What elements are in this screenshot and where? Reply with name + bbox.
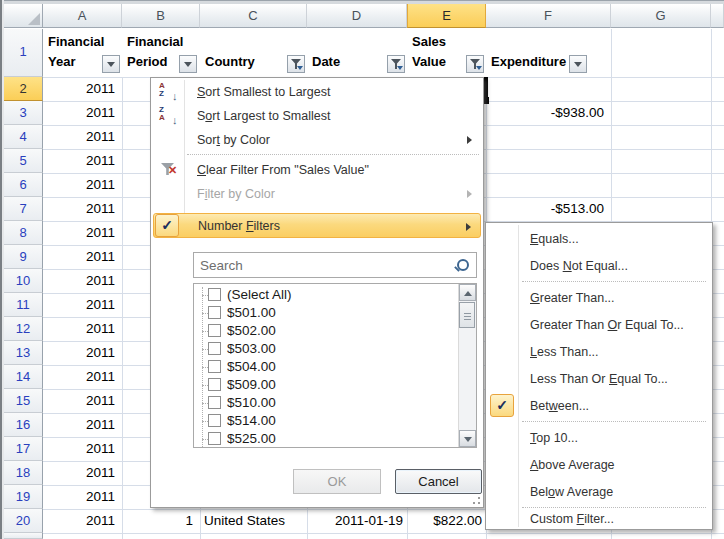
submenu-item-greater-than-or-equal[interactable]: Greater Than Or Equal To... — [488, 312, 710, 339]
cell-a10[interactable]: 2011 — [43, 269, 122, 293]
search-input[interactable] — [194, 253, 455, 277]
column-header-f[interactable]: F — [486, 4, 611, 28]
checkbox-icon[interactable] — [208, 432, 221, 445]
row-header-12[interactable]: 12 — [4, 317, 43, 341]
submenu-item-greater-than[interactable]: Greater Than... — [488, 285, 710, 312]
row-header-7[interactable]: 7 — [4, 197, 43, 221]
row-header-19[interactable]: 19 — [4, 485, 43, 509]
row-header-8[interactable]: 8 — [4, 221, 43, 245]
filter-option[interactable]: $525.00 — [194, 430, 454, 448]
row-header-6[interactable]: 6 — [4, 173, 43, 197]
submenu-item-less-than-or-equal[interactable]: Less Than Or Equal To... — [488, 366, 710, 393]
checkbox-icon[interactable] — [208, 396, 221, 409]
checkbox-icon[interactable] — [208, 288, 221, 301]
column-header-d[interactable]: D — [307, 4, 407, 28]
filter-option[interactable]: $503.00 — [194, 340, 454, 358]
cell-a6[interactable]: 2011 — [43, 173, 122, 197]
checkbox-icon[interactable] — [208, 360, 221, 373]
row-header-14[interactable]: 14 — [4, 365, 43, 389]
cell-a18[interactable]: 2011 — [43, 461, 122, 485]
cell-a12[interactable]: 2011 — [43, 317, 122, 341]
checkbox-icon[interactable] — [208, 324, 221, 337]
scrollbar-thumb[interactable] — [459, 302, 475, 328]
row-header-1[interactable]: 1 — [4, 29, 43, 77]
active-filter-button[interactable] — [387, 55, 405, 73]
cell-b20[interactable]: 1 — [122, 509, 200, 533]
submenu-item-less-than[interactable]: Less Than... — [488, 339, 710, 366]
cell-c20[interactable]: United States — [200, 509, 307, 533]
menu-item-number-filters[interactable]: Number Filters — [153, 213, 481, 238]
cell-a16[interactable]: 2011 — [43, 413, 122, 437]
submenu-item-does-not-equal[interactable]: Does Not Equal... — [488, 253, 710, 280]
row-header-10[interactable]: 10 — [4, 269, 43, 293]
filter-option[interactable]: $514.00 — [194, 412, 454, 430]
filter-option-select-all[interactable]: (Select All) — [194, 286, 454, 304]
filter-value-list[interactable]: (Select All) $501.00 $502.00 $503.00 $50… — [193, 283, 477, 448]
row-header-13[interactable]: 13 — [4, 341, 43, 365]
checkbox-icon[interactable] — [208, 378, 221, 391]
submenu-item-custom-filter[interactable]: Custom Filter... — [488, 506, 710, 533]
menu-item-clear-filter[interactable]: ✕ Clear Filter From "Sales Value" — [153, 158, 481, 182]
row-header-9[interactable]: 9 — [4, 245, 43, 269]
dropdown-filter-button[interactable] — [569, 55, 587, 73]
row-header-17[interactable]: 17 — [4, 437, 43, 461]
cell-f7[interactable]: -$513.00 — [486, 197, 611, 221]
row-header-3[interactable]: 3 — [4, 101, 43, 125]
header-cell-financial-period[interactable]: Financial Period — [122, 29, 200, 77]
checkbox-icon[interactable] — [208, 306, 221, 319]
row-header-5[interactable]: 5 — [4, 149, 43, 173]
dropdown-filter-button[interactable] — [102, 55, 120, 73]
submenu-item-between[interactable]: Between... — [488, 393, 710, 420]
submenu-item-below-average[interactable]: Below Average — [488, 479, 710, 506]
filter-option[interactable]: $502.00 — [194, 322, 454, 340]
column-header-partial[interactable] — [711, 4, 724, 28]
row-header-11[interactable]: 11 — [4, 293, 43, 317]
cell-a2[interactable]: 2011 — [43, 77, 122, 101]
cell-a17[interactable]: 2011 — [43, 437, 122, 461]
cell-a5[interactable]: 2011 — [43, 149, 122, 173]
scroll-up-button[interactable] — [459, 284, 476, 301]
header-cell-date[interactable]: Date — [307, 29, 407, 77]
row-header-4[interactable]: 4 — [4, 125, 43, 149]
search-icon[interactable] — [457, 259, 469, 271]
filter-option[interactable]: $510.00 — [194, 394, 454, 412]
cell-a20[interactable]: 2011 — [43, 509, 122, 533]
header-cell-expenditure[interactable]: Expenditure — [486, 29, 611, 77]
active-filter-button-sales-value[interactable] — [466, 55, 484, 73]
ok-button[interactable]: OK — [293, 469, 381, 494]
column-header-e-selected[interactable]: E — [407, 4, 486, 28]
column-header-b[interactable]: B — [122, 4, 200, 28]
cell-e20[interactable]: $822.00 — [407, 509, 486, 533]
header-cell-financial-year[interactable]: Financial Year — [43, 29, 122, 77]
cell-d20[interactable]: 2011-01-19 — [307, 509, 407, 533]
checkbox-icon[interactable] — [208, 342, 221, 355]
filter-option[interactable]: $501.00 — [194, 304, 454, 322]
dropdown-filter-button[interactable] — [179, 55, 197, 73]
resize-grip[interactable] — [472, 496, 481, 505]
row-header-20[interactable]: 20 — [4, 509, 43, 533]
cell-a19[interactable]: 2011 — [43, 485, 122, 509]
cell-a14[interactable]: 2011 — [43, 365, 122, 389]
row-header-15[interactable]: 15 — [4, 389, 43, 413]
row-header-18[interactable]: 18 — [4, 461, 43, 485]
list-scrollbar[interactable] — [458, 284, 476, 447]
header-cell-sales-value[interactable]: Sales Value — [407, 29, 486, 77]
active-filter-button[interactable] — [287, 55, 305, 73]
menu-item-filter-by-color[interactable]: Filter by Color — [153, 182, 481, 206]
header-cell-country[interactable]: Country — [200, 29, 307, 77]
row-header-2-selected[interactable]: 2 — [4, 77, 43, 101]
menu-item-sort-smallest-to-largest[interactable]: AZ ↓ Sort Smallest to Largest — [153, 80, 481, 104]
cell-f3[interactable]: -$938.00 — [486, 101, 611, 125]
cell-a9[interactable]: 2011 — [43, 245, 122, 269]
select-all-corner[interactable] — [4, 4, 43, 28]
submenu-item-equals[interactable]: Equals... — [488, 226, 710, 253]
submenu-item-above-average[interactable]: Above Average — [488, 452, 710, 479]
menu-item-sort-by-color[interactable]: Sort by Color — [153, 128, 481, 152]
cell-a15[interactable]: 2011 — [43, 389, 122, 413]
cell-a11[interactable]: 2011 — [43, 293, 122, 317]
cell-a7[interactable]: 2011 — [43, 197, 122, 221]
checkbox-icon[interactable] — [208, 414, 221, 427]
row-header-16[interactable]: 16 — [4, 413, 43, 437]
cell-a13[interactable]: 2011 — [43, 341, 122, 365]
filter-option[interactable]: $504.00 — [194, 358, 454, 376]
